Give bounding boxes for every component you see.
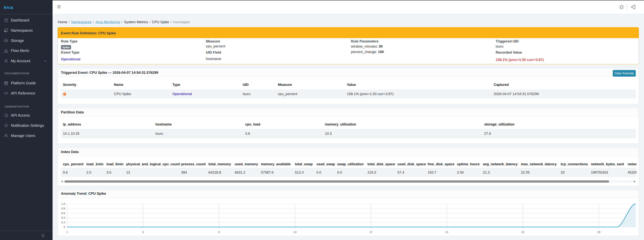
svg-text:17: 17: [369, 230, 372, 233]
svg-text:13: 13: [294, 230, 296, 233]
svg-text:0: 0: [64, 225, 65, 228]
svg-text:9: 9: [218, 230, 220, 233]
svg-text:29: 29: [597, 230, 600, 233]
svg-text:1: 1: [66, 230, 68, 233]
svg-text:5: 5: [142, 230, 144, 233]
svg-text:0.4: 0.4: [62, 216, 65, 219]
svg-text:21: 21: [446, 230, 448, 233]
svg-text:0.8: 0.8: [62, 207, 65, 210]
svg-text:1.0: 1.0: [62, 202, 65, 205]
svg-text:0.6: 0.6: [62, 212, 65, 215]
svg-text:0.2: 0.2: [62, 221, 65, 224]
svg-text:25: 25: [522, 230, 524, 233]
